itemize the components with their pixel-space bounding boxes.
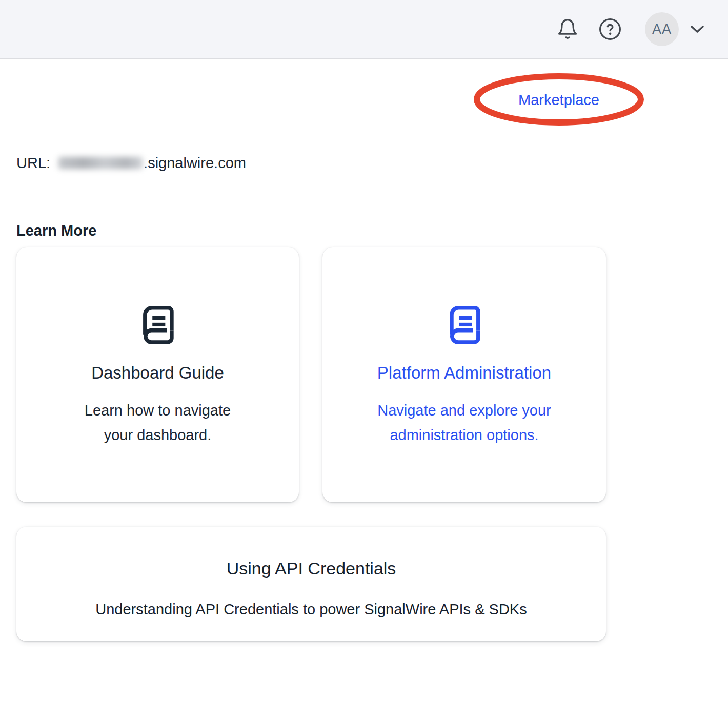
url-label: URL: bbox=[16, 155, 50, 172]
user-avatar[interactable]: AA bbox=[645, 12, 679, 46]
platform-administration-card[interactable]: Platform Administration Navigate and exp… bbox=[322, 247, 606, 502]
top-header-bar: AA bbox=[0, 0, 728, 59]
using-api-credentials-card[interactable]: Using API Credentials Understanding API … bbox=[16, 527, 606, 641]
card-description: Understanding API Credentials to power S… bbox=[95, 597, 527, 621]
card-description: Learn how to navigate your dashboard. bbox=[73, 398, 242, 447]
account-menu-button[interactable] bbox=[687, 19, 707, 39]
redacted-subdomain-blur bbox=[58, 157, 143, 169]
notifications-button[interactable] bbox=[556, 16, 579, 42]
card-title: Dashboard Guide bbox=[91, 363, 224, 383]
avatar-initials: AA bbox=[652, 22, 672, 37]
card-title: Platform Administration bbox=[377, 363, 551, 383]
marketplace-annotation-group: Marketplace bbox=[473, 73, 645, 127]
help-icon bbox=[598, 17, 622, 41]
card-description: Navigate and explore your administration… bbox=[360, 398, 569, 447]
marketplace-link[interactable]: Marketplace bbox=[473, 73, 645, 127]
book-icon bbox=[442, 302, 487, 347]
book-icon bbox=[136, 302, 180, 347]
space-url-row: URL: .signalwire.com bbox=[16, 154, 246, 172]
help-button[interactable] bbox=[598, 17, 622, 41]
dashboard-guide-card[interactable]: Dashboard Guide Learn how to navigate yo… bbox=[16, 247, 299, 502]
learn-more-heading: Learn More bbox=[16, 222, 96, 239]
chevron-down-icon bbox=[690, 24, 705, 34]
url-domain-suffix: .signalwire.com bbox=[144, 155, 246, 172]
bell-icon bbox=[556, 17, 579, 41]
card-title: Using API Credentials bbox=[227, 558, 396, 578]
